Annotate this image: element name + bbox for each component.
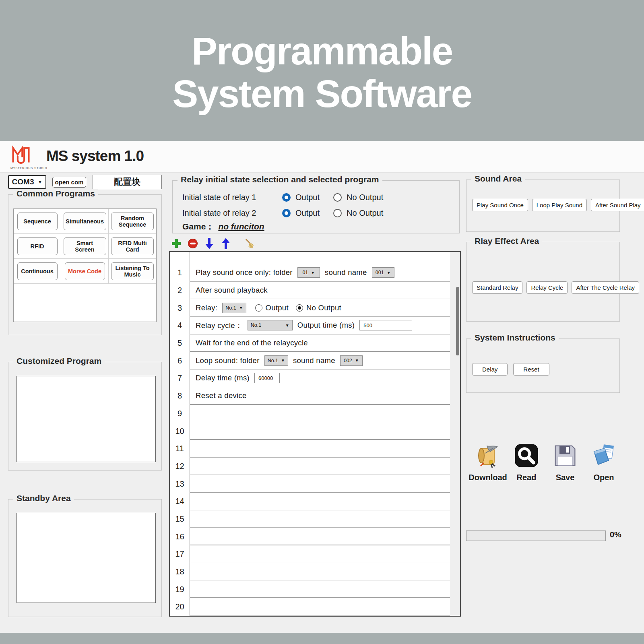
group-title: System Instructions bbox=[471, 333, 559, 343]
sound-name-dropdown[interactable]: 002▼ bbox=[340, 355, 363, 366]
group-title: Customized Program bbox=[13, 356, 105, 366]
scrollbar-thumb[interactable] bbox=[456, 287, 459, 355]
scrollbar-track[interactable] bbox=[450, 252, 460, 616]
program-row-15[interactable]: 15 bbox=[170, 510, 450, 528]
program-button-listening-to-music[interactable]: Listening To Music bbox=[111, 262, 154, 280]
row-number: 19 bbox=[170, 580, 190, 598]
open-icon bbox=[590, 442, 617, 469]
program-row-17[interactable]: 17 bbox=[170, 545, 450, 563]
open-action[interactable]: Open bbox=[586, 442, 621, 482]
row-number: 10 bbox=[170, 422, 190, 440]
program-row-4[interactable]: 4Relay cycle：No.1▼Output time (ms)500 bbox=[170, 317, 450, 334]
program-row-16[interactable]: 16 bbox=[170, 528, 450, 545]
remove-row-icon[interactable] bbox=[187, 238, 198, 249]
customized-program-area[interactable] bbox=[17, 376, 156, 462]
program-row-14[interactable]: 14 bbox=[170, 493, 450, 510]
clear-broom-icon[interactable] bbox=[244, 238, 255, 249]
system-instructions-group: System Instructions DelayReset bbox=[466, 339, 620, 393]
delay-button[interactable]: Delay bbox=[472, 363, 508, 376]
reset-button[interactable]: Reset bbox=[513, 363, 549, 376]
customized-program-group: Customized Program bbox=[8, 362, 162, 471]
download-label: Download bbox=[469, 473, 507, 482]
program-row-10[interactable]: 10 bbox=[170, 422, 450, 440]
save-action[interactable]: Save bbox=[547, 442, 583, 482]
row-content: Reset a device bbox=[190, 387, 450, 405]
program-row-8[interactable]: 8Reset a device bbox=[170, 387, 450, 405]
chevron-down-icon: ▼ bbox=[281, 358, 285, 363]
radio-output[interactable] bbox=[282, 193, 291, 202]
sound-name-dropdown[interactable]: 001▼ bbox=[372, 267, 394, 278]
program-button-continuous[interactable]: Continuous bbox=[17, 262, 58, 280]
save-label: Save bbox=[556, 473, 575, 482]
program-row-18[interactable]: 18 bbox=[170, 563, 450, 581]
program-button-morse-code[interactable]: Morse Code bbox=[65, 262, 105, 280]
game-label: Game： bbox=[182, 221, 214, 232]
program-row-1[interactable]: 1Play sound once only: folder01▼sound na… bbox=[170, 264, 450, 282]
download-action[interactable]: Download bbox=[470, 442, 506, 482]
program-button-sequence[interactable]: Sequence bbox=[17, 213, 58, 230]
program-row-19[interactable]: 19 bbox=[170, 580, 450, 598]
program-row-7[interactable]: 7Delay time (ms)60000 bbox=[170, 369, 450, 387]
radio-label: Output bbox=[295, 208, 320, 218]
program-button-random-sequence[interactable]: Random Sequence bbox=[111, 213, 154, 230]
program-row-9[interactable]: 9 bbox=[170, 405, 450, 423]
program-row-5[interactable]: 5Wait for the end of the relaycycle bbox=[170, 334, 450, 352]
program-row-11[interactable]: 11 bbox=[170, 440, 450, 458]
relay-effect-area-group: Rlay Effect Area Standard RelayRelay Cyc… bbox=[466, 242, 620, 322]
com-port-select[interactable]: COM3 ▼ bbox=[8, 175, 46, 189]
program-row-13[interactable]: 13 bbox=[170, 475, 450, 493]
row-text: Reset a device bbox=[196, 391, 247, 400]
row-text: Output time (ms) bbox=[297, 321, 355, 330]
program-list-rows: 1Play sound once only: folder01▼sound na… bbox=[170, 252, 450, 616]
radio-label: No Output bbox=[306, 303, 341, 312]
relay-cycle-button[interactable]: Relay Cycle bbox=[526, 281, 568, 294]
row-number: 12 bbox=[170, 458, 190, 475]
read-action[interactable]: Read bbox=[509, 442, 544, 482]
system-instruction-buttons: DelayReset bbox=[472, 363, 549, 376]
add-row-icon[interactable] bbox=[171, 238, 182, 249]
common-program-cell: RFID bbox=[14, 234, 61, 259]
value-input[interactable]: 500 bbox=[359, 320, 412, 330]
chevron-down-icon: ▼ bbox=[387, 270, 391, 275]
config-block-button[interactable]: 配置块 bbox=[93, 175, 162, 189]
radio-no-output[interactable] bbox=[296, 304, 303, 312]
download-icon bbox=[475, 442, 501, 469]
program-button-simultaneous[interactable]: Simultaneous bbox=[64, 213, 106, 230]
program-row-3[interactable]: 3Relay:No.1▼OutputNo Output bbox=[170, 299, 450, 317]
relay-row-label: Initial state of relay 2 bbox=[182, 208, 282, 218]
program-row-2[interactable]: 2After sound playback bbox=[170, 282, 450, 299]
after-sound-play-button[interactable]: After Sound Play bbox=[591, 199, 644, 211]
relay-initial-state-row: Initial state of relay 1OutputNo Output bbox=[182, 190, 397, 205]
program-row-20[interactable]: 20 bbox=[170, 598, 450, 616]
program-button-rfid-multi-card[interactable]: RFID Multi Card bbox=[111, 237, 154, 255]
game-value-link[interactable]: no funciton bbox=[218, 222, 264, 231]
value-input[interactable]: 60000 bbox=[254, 373, 280, 383]
row-number: 6 bbox=[170, 352, 190, 369]
loop-play-sound-button[interactable]: Loop Play Sound bbox=[532, 199, 587, 211]
move-down-icon[interactable] bbox=[204, 238, 215, 249]
relay-row-label: Initial state of relay 1 bbox=[182, 193, 282, 202]
program-button-smart-screen[interactable]: Smart Screen bbox=[64, 237, 106, 255]
program-row-12[interactable]: 12 bbox=[170, 458, 450, 475]
standby-area-box[interactable] bbox=[17, 513, 156, 603]
chevron-down-icon: ▼ bbox=[285, 323, 289, 328]
radio-output[interactable] bbox=[282, 209, 291, 217]
relay-cycle-dropdown[interactable]: No.1▼ bbox=[248, 320, 293, 330]
row-content bbox=[190, 528, 450, 545]
program-row-6[interactable]: 6Loop sound: folderNo.1▼sound name002▼ bbox=[170, 352, 450, 369]
folder-dropdown[interactable]: 01▼ bbox=[297, 267, 320, 278]
folder-dropdown[interactable]: No.1▼ bbox=[264, 355, 288, 366]
common-program-cell: Simultaneous bbox=[61, 209, 109, 234]
after-the-cycle-relay-button[interactable]: After The Cycle Relay bbox=[572, 281, 639, 294]
move-up-icon[interactable] bbox=[220, 238, 231, 249]
standard-relay-button[interactable]: Standard Relay bbox=[472, 281, 522, 294]
radio-no-output[interactable] bbox=[333, 209, 342, 217]
radio-output[interactable] bbox=[255, 304, 262, 312]
radio-no-output[interactable] bbox=[333, 193, 342, 202]
program-button-rfid[interactable]: RFID bbox=[17, 237, 58, 255]
play-sound-once-button[interactable]: Play Sound Once bbox=[472, 199, 528, 211]
sound-area-group: Sound Area Play Sound OnceLoop Play Soun… bbox=[466, 180, 620, 232]
row-number: 14 bbox=[170, 493, 190, 510]
open-com-button[interactable]: open com bbox=[52, 177, 86, 188]
relay-dropdown[interactable]: No.1▼ bbox=[222, 303, 246, 313]
